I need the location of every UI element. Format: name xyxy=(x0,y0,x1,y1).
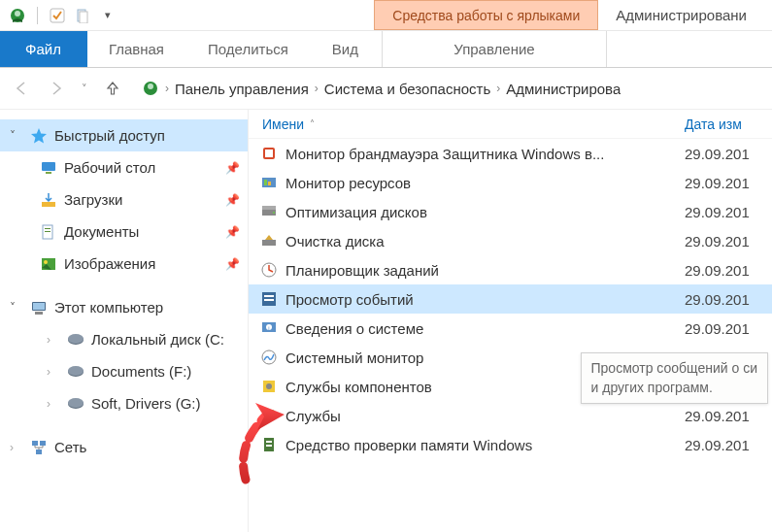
breadcrumb-item[interactable]: Администрирова xyxy=(506,81,621,97)
file-row[interactable]: Монитор брандмауэра Защитника Windows в.… xyxy=(249,139,772,168)
svg-rect-9 xyxy=(42,202,55,207)
svg-rect-16 xyxy=(33,303,45,310)
file-name: Оптимизация дисков xyxy=(285,204,685,220)
chevron-right-icon[interactable]: › xyxy=(47,397,60,411)
chevron-right-icon[interactable]: › xyxy=(315,82,319,95)
chevron-right-icon[interactable]: › xyxy=(47,333,60,347)
tree-label: Изображения xyxy=(64,255,155,272)
shortcut-icon xyxy=(258,201,280,222)
svg-rect-28 xyxy=(265,150,273,157)
tree-this-pc[interactable]: ˅ Этот компьютер xyxy=(0,291,248,323)
svg-point-6 xyxy=(148,83,153,89)
svg-rect-35 xyxy=(262,240,276,246)
qat-dropdown-icon[interactable]: ▾ xyxy=(98,6,117,25)
window-title: Администрировани xyxy=(598,0,764,30)
navigation-tree: ˅ Быстрый доступ Рабочий стол 📌 Загрузки… xyxy=(0,110,249,532)
tab-view[interactable]: Вид xyxy=(311,31,381,67)
svg-point-21 xyxy=(68,366,84,376)
pin-icon[interactable]: 📌 xyxy=(225,161,240,175)
svg-rect-50 xyxy=(266,441,272,443)
file-name: Просмотр событий xyxy=(285,291,685,308)
file-list-pane: Имени ˄ Дата изм Монитор брандмауэра Защ… xyxy=(249,110,772,532)
pin-icon[interactable]: 📌 xyxy=(225,225,240,239)
file-name: Очистка диска xyxy=(285,233,685,249)
tree-soft-g[interactable]: › Soft, Drivers (G:) xyxy=(0,387,248,419)
file-name: Планировщик заданий xyxy=(285,262,685,279)
drive-icon xyxy=(66,394,85,414)
shortcut-icon xyxy=(258,259,280,281)
breadcrumb-item[interactable]: Панель управления xyxy=(175,81,309,97)
tree-local-c[interactable]: › Локальный диск (C: xyxy=(0,323,248,355)
file-name: Монитор ресурсов xyxy=(285,175,685,191)
tree-network[interactable]: › Сеть xyxy=(0,431,248,463)
chevron-right-icon[interactable]: › xyxy=(496,82,500,95)
svg-rect-30 xyxy=(264,180,267,185)
nav-back-button[interactable] xyxy=(8,75,35,102)
tab-file[interactable]: Файл xyxy=(0,31,87,67)
svg-point-48 xyxy=(266,416,272,421)
tree-pictures[interactable]: Изображения 📌 xyxy=(0,248,248,280)
column-name[interactable]: Имени ˄ xyxy=(249,116,685,132)
file-row[interactable]: Просмотр событий29.09.201 xyxy=(249,284,772,314)
chevron-right-icon[interactable]: › xyxy=(10,441,23,454)
address-bar[interactable]: › Панель управления › Система и безопасн… xyxy=(142,80,621,97)
file-row[interactable]: Очистка диска29.09.201 xyxy=(249,226,772,255)
column-headers: Имени ˄ Дата изм xyxy=(249,110,772,139)
nav-recent-dropdown[interactable]: ˅ xyxy=(78,75,91,102)
tab-share[interactable]: Поделиться xyxy=(186,31,311,67)
shortcut-icon xyxy=(258,230,280,251)
chevron-right-icon[interactable]: › xyxy=(165,82,169,95)
svg-point-34 xyxy=(273,212,275,214)
nav-forward-button[interactable] xyxy=(43,75,70,102)
chevron-down-icon[interactable]: ˅ xyxy=(10,301,23,315)
breadcrumb-item[interactable]: Система и безопасность xyxy=(324,81,490,97)
tree-downloads[interactable]: Загрузки 📌 xyxy=(0,183,248,216)
tree-desktop[interactable]: Рабочий стол 📌 xyxy=(0,151,248,183)
file-row[interactable]: Монитор ресурсов29.09.201 xyxy=(249,168,772,197)
file-date: 29.09.201 xyxy=(685,408,772,424)
tree-label: Загрузки xyxy=(64,191,122,208)
file-name: Службы xyxy=(285,408,685,424)
svg-point-46 xyxy=(263,410,269,416)
desktop-icon xyxy=(39,158,58,178)
tooltip: Просмотр сообщений о си и других програм… xyxy=(581,352,768,404)
svg-rect-17 xyxy=(35,312,43,315)
file-row[interactable]: Оптимизация дисков29.09.201 xyxy=(249,197,772,226)
svg-rect-38 xyxy=(264,295,274,297)
file-date: 29.09.201 xyxy=(685,204,772,220)
file-date: 29.09.201 xyxy=(685,262,772,279)
nav-up-button[interactable] xyxy=(99,75,126,102)
file-date: 29.09.201 xyxy=(685,175,772,191)
downloads-icon xyxy=(39,190,58,210)
svg-point-19 xyxy=(68,334,84,344)
svg-rect-12 xyxy=(45,231,50,232)
tree-quick-access[interactable]: ˅ Быстрый доступ xyxy=(0,119,248,151)
tree-label: Этот компьютер xyxy=(54,299,163,316)
properties-icon[interactable] xyxy=(48,6,67,25)
svg-rect-25 xyxy=(40,441,46,446)
file-row[interactable]: Службы29.09.201 xyxy=(249,401,772,430)
tooltip-line: Просмотр сообщений о си xyxy=(591,359,757,379)
chevron-down-icon[interactable]: ˅ xyxy=(10,129,23,143)
tree-documents[interactable]: Документы 📌 xyxy=(0,216,248,248)
tree-documents-f[interactable]: › Documents (F:) xyxy=(0,355,248,387)
chevron-right-icon[interactable]: › xyxy=(47,365,60,379)
titlebar: ▾ Средства работы с ярлыками Администрир… xyxy=(0,0,772,31)
file-row[interactable]: Планировщик заданий29.09.201 xyxy=(249,255,772,284)
column-date[interactable]: Дата изм xyxy=(685,116,772,132)
file-date: 29.09.201 xyxy=(685,233,772,249)
pin-icon[interactable]: 📌 xyxy=(225,257,240,271)
pin-icon[interactable]: 📌 xyxy=(225,193,240,207)
tab-home[interactable]: Главная xyxy=(87,31,186,67)
file-row[interactable]: Средство проверки памяти Windows29.09.20… xyxy=(249,430,772,459)
file-name: Средство проверки памяти Windows xyxy=(285,437,685,453)
tree-label: Быстрый доступ xyxy=(54,127,165,144)
new-folder-icon[interactable] xyxy=(73,6,92,25)
ribbon-tabs: Файл Главная Поделиться Вид Управление xyxy=(0,31,772,68)
tree-label: Сеть xyxy=(54,439,86,455)
file-date: 29.09.201 xyxy=(685,291,772,308)
svg-rect-7 xyxy=(42,162,55,171)
location-icon xyxy=(142,80,159,97)
file-row[interactable]: iСведения о системе29.09.201 xyxy=(249,314,772,343)
tab-manage[interactable]: Управление xyxy=(382,31,607,67)
